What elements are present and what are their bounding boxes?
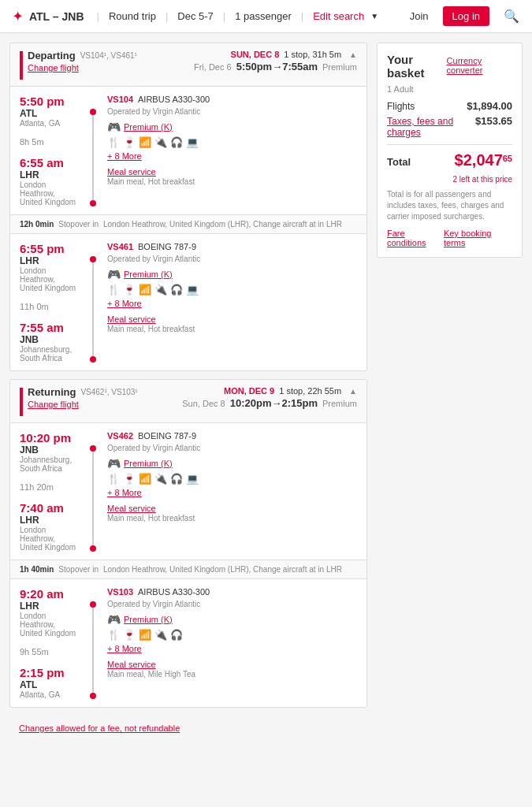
basket-flights-label: Flights (387, 101, 415, 112)
ret-seg2-aircraft: AIRBUS A330-300 (138, 587, 210, 597)
returning-seg1: 10:20 pm JNB Johannesburg, South Africa … (10, 423, 366, 560)
dep-seg2-connector (87, 242, 99, 363)
footer-note-link[interactable]: Changes allowed for a fee, not refundabl… (19, 723, 180, 733)
ret-seg1-meal-label[interactable]: Meal service (107, 504, 156, 513)
ret-seg2-meal-detail: Main meal, Mile High Tea (107, 670, 357, 679)
returning-stopover: 1h 40min Stopover in London Heathrow, Un… (10, 560, 366, 579)
dep-seg2-operated: Operated by Virgin Atlantic (107, 255, 357, 263)
currency-converter-link[interactable]: Currency converter (447, 56, 512, 75)
dep-seg1-more[interactable]: + 8 More (107, 151, 357, 161)
footer-note: Changes allowed for a fee, not refundabl… (9, 716, 367, 740)
dep-seg2-arr-airport: JNB (20, 334, 79, 345)
ret-amenity2-food: 🍴 (107, 629, 120, 641)
returning-change-flight[interactable]: Change flight (28, 400, 79, 409)
dep-seg1-fare-row: 🎮 Premium (K) (107, 121, 357, 133)
departing-route: Fri, Dec 6 (194, 62, 232, 72)
dep-seg1-amenities: 🍴 🍷 📶 🔌 🎧 💻 (107, 136, 357, 148)
amenity-power-icon: 🔌 (154, 136, 167, 148)
dep-seg1-flight-num: VS104 (107, 95, 133, 104)
dep-seg2-fare[interactable]: Premium (K) (124, 270, 173, 279)
returning-header: Returning VS462¹, VS103¹ Change flight M… (10, 380, 366, 423)
join-link[interactable]: Join (410, 10, 429, 22)
search-icon[interactable]: 🔍 (504, 9, 519, 24)
returning-stops: 1 stop, 22h 55m (279, 386, 341, 396)
seat-icon-3: 🎮 (107, 457, 121, 470)
returning-card: Returning VS462¹, VS103¹ Change flight M… (9, 379, 367, 708)
ret-seg2-fare[interactable]: Premium (K) (124, 615, 173, 624)
departing-change-flight[interactable]: Change flight (28, 63, 79, 73)
edit-search-link[interactable]: Edit search (313, 10, 364, 22)
amenity2-extra-icon: 💻 (186, 284, 199, 296)
ret-seg2-arr-city: Atlanta, GA (20, 690, 79, 699)
ret-amenity1-extra: 💻 (186, 473, 199, 485)
header-passengers: 1 passenger (235, 10, 292, 22)
basket-column: Your basket Currency converter 1 Adult F… (377, 43, 523, 740)
dep-seg1-fare[interactable]: Premium (K) (124, 122, 173, 132)
basket-flights-row: Flights $1,894.00 (387, 100, 512, 112)
amenity-wifi-icon: 📶 (139, 136, 151, 148)
departing-collapse-icon[interactable]: ▲ (349, 50, 357, 59)
dep-seg2-dep-time: 6:55 pm (20, 242, 79, 255)
amenity-extra-icon: 💻 (186, 136, 199, 148)
ret-stopover-detail: London Heathrow, United Kingdom (LHR), C… (103, 565, 342, 574)
dep-seg2-duration: 11h 0m (20, 302, 79, 311)
basket-taxes-label[interactable]: Taxes, fees and charges (387, 116, 475, 138)
ret-seg2-amenities: 🍴 🍷 📶 🔌 🎧 (107, 629, 357, 641)
ret-seg1-more[interactable]: + 8 More (107, 488, 357, 497)
amenity2-drink-icon: 🍷 (123, 284, 136, 296)
basket-divider (387, 144, 512, 145)
ret-seg2-fare-row: 🎮 Premium (K) (107, 613, 357, 626)
basket-left-msg-row: 2 left at this price (387, 173, 512, 184)
dep-seg2-aircraft: BOEING 787-9 (138, 242, 196, 251)
ret-seg2-more[interactable]: + 8 More (107, 644, 357, 653)
dep-stopover-label: Stopover in (58, 220, 99, 229)
dep-seg2-meal-label[interactable]: Meal service (107, 314, 156, 324)
ret-stopover-label: Stopover in (58, 565, 99, 574)
dep-seg1-arr-city: London Heathrow, United Kingdom (20, 180, 79, 206)
dep-stopover-detail: London Heathrow, United Kingdom (LHR), C… (103, 220, 342, 229)
departing-times: 5:50pm→7:55am (236, 61, 318, 73)
ret-seg1-aircraft: BOEING 787-9 (138, 431, 196, 441)
basket-total-cents: 65 (503, 154, 512, 163)
ret-seg1-fare[interactable]: Premium (K) (124, 459, 173, 468)
dep-seg1-arr-time: 6:55 am (20, 156, 79, 169)
ret-seg2-meal-label[interactable]: Meal service (107, 660, 156, 669)
ret-amenity1-ent: 🎧 (170, 473, 183, 485)
basket-note: Total is for all passengers and includes… (387, 189, 512, 222)
ret-amenity2-ent: 🎧 (170, 629, 183, 641)
dep-seg1-connector (87, 95, 99, 206)
dep-seg2-flight-num: VS461 (107, 242, 133, 251)
ret-seg1-dep-city: Johannesburg, South Africa (20, 456, 79, 473)
dep-seg2-info: VS461 BOEING 787-9 Operated by Virgin At… (107, 242, 357, 363)
sep4: | (301, 10, 303, 22)
departing-header: Departing VS104¹, VS461¹ Change flight S… (10, 43, 366, 87)
ret-seg2-connector (87, 587, 99, 699)
ret-seg2-dep-city: London Heathrow, United Kingdom (20, 612, 79, 638)
dep-seg1-dep-airport: ATL (20, 108, 79, 119)
login-button[interactable]: Log in (443, 6, 489, 26)
dep-seg1-meal-label[interactable]: Meal service (107, 167, 156, 177)
ret-seg1-operated: Operated by Virgin Atlantic (107, 444, 357, 452)
ret-amenity1-drink: 🍷 (123, 473, 136, 485)
dep-seg1-dep-city: Atlanta, GA (20, 119, 79, 128)
ret-seg1-fare-row: 🎮 Premium (K) (107, 457, 357, 470)
returning-class: Premium (322, 399, 357, 408)
basket-total-label: Total (387, 156, 411, 168)
basket-title: Your basket (387, 53, 447, 80)
basket-flights-amount: $1,894.00 (467, 100, 512, 112)
ret-seg1-dep-airport: JNB (20, 444, 79, 456)
returning-collapse-icon[interactable]: ▲ (349, 387, 357, 396)
ret-seg1-connector (87, 431, 99, 552)
ret-amenity1-wifi: 📶 (139, 473, 151, 485)
dep-seg1-meal-detail: Main meal, Hot breakfast (107, 177, 357, 186)
basket-total-main: $2,047 (455, 151, 503, 169)
fare-conditions-link[interactable]: Fare conditions (387, 229, 444, 247)
amenity-entertainment-icon: 🎧 (170, 136, 183, 148)
basket-links: Fare conditions Key booking terms (387, 229, 512, 247)
amenity-food-icon: 🍴 (107, 136, 120, 148)
ret-seg1-arr-time: 7:40 am (20, 501, 79, 515)
seat-icon-4: 🎮 (107, 613, 121, 626)
key-booking-link[interactable]: Key booking terms (444, 229, 512, 247)
dep-seg2-more[interactable]: + 8 More (107, 299, 357, 308)
ret-seg2-info: VS103 AIRBUS A330-300 Operated by Virgin… (107, 587, 357, 699)
